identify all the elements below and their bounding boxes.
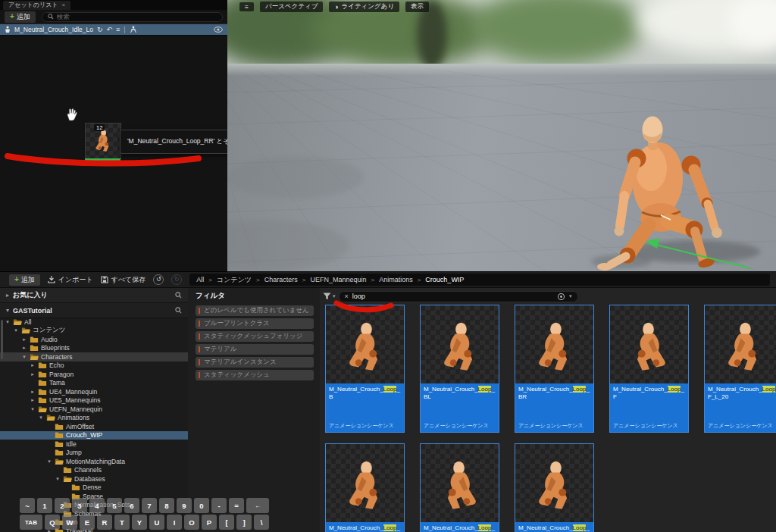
tree-item[interactable]: ▸UE4_Mannequin	[0, 387, 188, 396]
tree-expander-icon[interactable]: ▸	[30, 371, 36, 377]
asset-list-search[interactable]	[42, 12, 223, 22]
tree-item[interactable]: ▸Paragon	[0, 370, 188, 379]
mirror-icon[interactable]: ↶	[107, 27, 113, 33]
view-mode-dropdown[interactable]: ◑ライティングあり	[329, 2, 399, 12]
asset-thumbnail	[421, 305, 499, 383]
perspective-dropdown[interactable]: パースペクティブ	[260, 2, 323, 12]
import-button[interactable]: インポート	[48, 275, 93, 285]
asset-tile[interactable]: M_Neutral_Crouch_Loop_F_L_20アニメーションシーケンス	[704, 305, 776, 433]
options-icon[interactable]: ≡	[116, 27, 120, 33]
add-button[interactable]: + 追加	[5, 11, 36, 23]
tree-item[interactable]: AimOffset	[0, 422, 188, 431]
tree-expander-icon[interactable]: ▾	[38, 415, 44, 421]
screencast-keyboard-overlay: ~1234567890-=← TABQWERTYUIOP[]\	[20, 498, 293, 531]
asset-row-selected[interactable]: M_Neutral_Crouch_Idle_Lo ↻ ↶ ≡ |	[0, 23, 227, 36]
level-viewport[interactable]: ≡ パースペクティブ ◑ライティングあり 表示	[227, 0, 776, 271]
tree-item[interactable]: Idle	[0, 440, 188, 449]
search-icon[interactable]	[175, 307, 182, 314]
tree-item[interactable]: Tama	[0, 379, 188, 388]
breadcrumb-item[interactable]: Characters	[264, 276, 298, 283]
loop-icon[interactable]: ↻	[97, 27, 103, 33]
tree-item[interactable]: ▾Characters	[0, 352, 188, 361]
tree-expander-icon[interactable]: ▾	[21, 354, 27, 360]
tree-item[interactable]: ▸Echo	[0, 361, 188, 371]
asset-search-row: ▾ × ▾	[320, 290, 776, 302]
asset-tile[interactable]: M_Neutral_Crouch_Loop_RLアニメーションシーケンス	[420, 443, 499, 532]
asset-tile[interactable]: M_Neutral_Crouch_Loop_BLアニメーションシーケンス	[420, 305, 499, 433]
filter-pill[interactable]: スタティックメッシュ	[196, 370, 314, 380]
filter-pill[interactable]: マテリアルインスタンス	[196, 357, 314, 368]
tree-expander-icon[interactable]: ▸	[21, 345, 27, 351]
saved-search-icon[interactable]	[557, 293, 565, 301]
keyboard-key: 0	[194, 498, 209, 513]
folder-icon	[38, 379, 47, 386]
asset-tile[interactable]: M_Neutral_Crouch_Loop_Bアニメーションシーケンス	[325, 305, 405, 433]
tree-expander-icon[interactable]: ▸	[30, 362, 36, 368]
asset-tile[interactable]: M_Neutral_Crouch_Loop_RRアニメーションシーケンス	[515, 443, 594, 532]
filter-dropdown-button[interactable]: ▾	[323, 293, 336, 300]
clear-search-icon[interactable]: ×	[345, 293, 349, 300]
asset-list-search-input[interactable]	[57, 13, 217, 20]
search-icon[interactable]	[175, 292, 182, 299]
tree-expander-icon[interactable]: ▸	[30, 397, 36, 403]
history-back-button[interactable]: ↺	[153, 274, 164, 285]
tree-expander-icon[interactable]: ▾	[55, 476, 61, 482]
asset-tile[interactable]: M_Neutral_Crouch_Loop_Fアニメーションシーケンス	[609, 305, 689, 433]
history-forward-button[interactable]: ↻	[171, 274, 182, 285]
drag-count-badge: 12	[94, 124, 105, 131]
folder-icon	[38, 396, 47, 404]
filter-pill[interactable]: ブループリントクラス	[196, 318, 314, 329]
asset-search-box[interactable]: × ▾	[339, 291, 578, 302]
tree-item[interactable]: Dense	[0, 483, 188, 493]
eye-icon[interactable]	[214, 27, 223, 33]
chevron-down-icon[interactable]: ▾	[569, 293, 572, 299]
breadcrumb-item[interactable]: Crouch_WIP	[425, 276, 464, 283]
tree-item[interactable]: ▾MotionMatchingData	[0, 457, 188, 466]
favorites-header[interactable]: ▸ お気に入り	[0, 288, 188, 303]
breadcrumb-item[interactable]: Animations	[379, 276, 413, 283]
tree-item[interactable]: ▾All	[0, 318, 188, 327]
breadcrumb-item[interactable]: コンテンツ	[217, 275, 252, 285]
tree-expander-icon[interactable]: ▸	[21, 336, 27, 343]
tree-item[interactable]: Jump	[0, 449, 188, 458]
folder-icon	[55, 458, 64, 465]
save-all-button[interactable]: すべて保存	[101, 275, 146, 285]
tree-item-label: All	[24, 318, 31, 326]
asset-name: M_Neutral_Crouch_Loop_F	[610, 383, 688, 400]
keyboard-key: W	[62, 515, 77, 530]
tree-item-label: Animations	[58, 414, 89, 421]
crouch-figure-thumbnail	[711, 314, 776, 380]
tree-item[interactable]: ▸Audio	[0, 335, 188, 344]
tree-scrollbar[interactable]	[1, 320, 3, 359]
tree-item[interactable]: ▸Blueprints	[0, 344, 188, 353]
pose-icon[interactable]	[130, 26, 137, 33]
filter-pill[interactable]: マテリアル	[196, 344, 314, 355]
mannequin-character[interactable]	[227, 0, 776, 271]
tree-item[interactable]: ▾コンテンツ	[0, 327, 188, 336]
filter-pill[interactable]: スタティックメッシュフォリッジ	[196, 331, 314, 342]
asset-search-input[interactable]	[352, 293, 553, 300]
close-icon[interactable]: ×	[62, 2, 66, 8]
project-header[interactable]: ▾ GASTutorial	[0, 303, 188, 318]
cb-add-button[interactable]: + 追加	[9, 274, 40, 286]
tree-expander-icon[interactable]: ▸	[30, 389, 36, 395]
asset-tile[interactable]: M_Neutral_Crouch_Loop_LRアニメーションシーケンス	[325, 443, 405, 532]
tree-expander-icon[interactable]: ▾	[30, 406, 36, 412]
filter-pill[interactable]: どのレベルでも使用されていません	[196, 305, 314, 316]
tree-expander-icon[interactable]: ▾	[46, 458, 52, 465]
tree-item[interactable]: ▸UE5_Mannequins	[0, 396, 188, 405]
breadcrumb-item[interactable]: All	[196, 276, 204, 283]
tree-expander-icon[interactable]: ▾	[5, 319, 11, 325]
show-dropdown[interactable]: 表示	[405, 2, 429, 12]
tree-expander-icon[interactable]: ▾	[13, 327, 19, 333]
tree-item[interactable]: Crouch_WIP	[0, 431, 188, 440]
breadcrumb-item[interactable]: UEFN_Mannequin	[310, 276, 366, 283]
tree-item[interactable]: ▾Databases	[0, 474, 188, 483]
asset-tile[interactable]: M_Neutral_Crouch_Loop_BRアニメーションシーケンス	[515, 305, 594, 433]
tree-item[interactable]: ▾Animations	[0, 414, 188, 423]
keyboard-key: 5	[107, 498, 122, 513]
tab-asset-list[interactable]: アセットのリスト ×	[3, 1, 70, 10]
tree-item[interactable]: ▾UEFN_Mannequin	[0, 405, 188, 414]
tree-item[interactable]: Channels	[0, 466, 188, 475]
viewport-menu-button[interactable]: ≡	[239, 2, 254, 11]
